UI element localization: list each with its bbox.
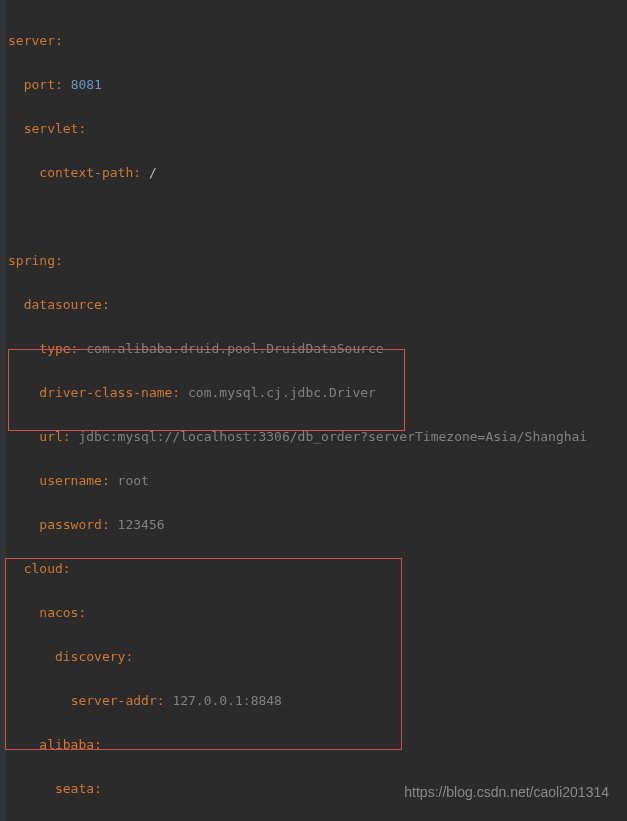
code-line: server-addr: 127.0.0.1:8848 — [8, 690, 627, 712]
yaml-key: seata: — [55, 781, 102, 796]
code-line: context-path: / — [8, 162, 627, 184]
yaml-key: alibaba: — [39, 737, 102, 752]
yaml-value: 8081 — [71, 77, 102, 92]
yaml-value: 127.0.0.1:8848 — [172, 693, 282, 708]
watermark-text: https://blog.csdn.net/caoli201314 — [404, 781, 609, 803]
yaml-key: cloud: — [24, 561, 71, 576]
code-line: servlet: — [8, 118, 627, 140]
yaml-key: datasource: — [24, 297, 110, 312]
yaml-key: spring: — [8, 253, 63, 268]
code-line: type: com.alibaba.druid.pool.DruidDataSo… — [8, 338, 627, 360]
code-line: alibaba: — [8, 734, 627, 756]
code-line: discovery: — [8, 646, 627, 668]
yaml-key: nacos: — [39, 605, 86, 620]
editor-gutter — [0, 0, 6, 821]
yaml-key: servlet: — [24, 121, 87, 136]
code-editor: server: port: 8081 servlet: context-path… — [0, 0, 627, 821]
yaml-key: type: — [39, 341, 78, 356]
code-line: password: 123456 — [8, 514, 627, 536]
code-line: username: root — [8, 470, 627, 492]
code-line: url: jdbc:mysql://localhost:3306/db_orde… — [8, 426, 627, 448]
code-line: nacos: — [8, 602, 627, 624]
code-line: datasource: — [8, 294, 627, 316]
yaml-key: discovery: — [55, 649, 133, 664]
yaml-key: server: — [8, 33, 63, 48]
yaml-value: com.mysql.cj.jdbc.Driver — [188, 385, 376, 400]
yaml-key: driver-class-name: — [39, 385, 180, 400]
code-line: server: — [8, 30, 627, 52]
code-line: spring: — [8, 250, 627, 272]
code-line: cloud: — [8, 558, 627, 580]
code-line: port: 8081 — [8, 74, 627, 96]
yaml-key: password: — [39, 517, 109, 532]
yaml-key: url: — [39, 429, 70, 444]
yaml-value: root — [118, 473, 149, 488]
yaml-value: com.alibaba.druid.pool.DruidDataSource — [86, 341, 383, 356]
code-line: driver-class-name: com.mysql.cj.jdbc.Dri… — [8, 382, 627, 404]
yaml-key: server-addr: — [71, 693, 165, 708]
yaml-key: port: — [24, 77, 63, 92]
code-line — [8, 206, 627, 228]
yaml-value: / — [149, 165, 157, 180]
yaml-key: context-path: — [39, 165, 141, 180]
yaml-value: jdbc:mysql://localhost:3306/db_order?ser… — [78, 429, 587, 444]
yaml-value: 123456 — [118, 517, 165, 532]
yaml-key: username: — [39, 473, 109, 488]
